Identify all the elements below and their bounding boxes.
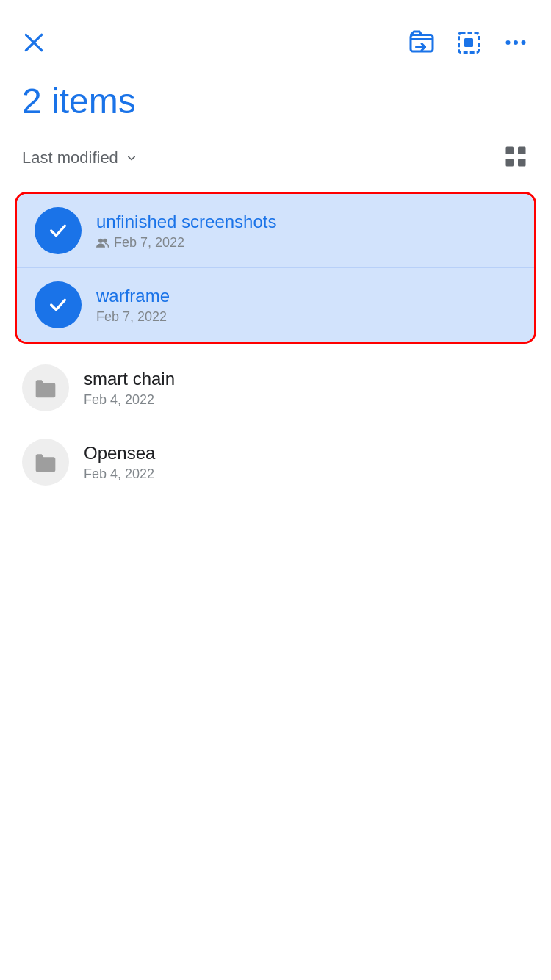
file-name-4: Opensea bbox=[84, 443, 155, 464]
folder-icon-4 bbox=[22, 439, 69, 486]
file-info-1: unfinished screenshots Feb 7, 2022 bbox=[96, 212, 276, 251]
grid-view-button[interactable] bbox=[503, 143, 529, 173]
file-name-1: unfinished screenshots bbox=[96, 212, 276, 232]
file-info-3: smart chain Feb 4, 2022 bbox=[84, 369, 175, 408]
svg-point-5 bbox=[506, 40, 511, 45]
svg-rect-10 bbox=[506, 159, 514, 167]
header-right bbox=[408, 29, 529, 59]
more-options-button[interactable] bbox=[503, 29, 529, 59]
sort-bar: Last modified bbox=[0, 136, 551, 184]
file-name-3: smart chain bbox=[84, 369, 175, 389]
file-info-4: Opensea Feb 4, 2022 bbox=[84, 443, 155, 482]
unselected-list: smart chain Feb 4, 2022 Opensea Feb 4, 2… bbox=[15, 351, 536, 499]
file-date-2: Feb 7, 2022 bbox=[96, 309, 167, 325]
file-date-1: Feb 7, 2022 bbox=[114, 235, 184, 251]
selected-checkbox-1[interactable] bbox=[35, 207, 82, 254]
unselected-file-item-4[interactable]: Opensea Feb 4, 2022 bbox=[15, 425, 536, 499]
file-date-3: Feb 4, 2022 bbox=[84, 392, 175, 408]
header-left bbox=[22, 31, 46, 57]
move-to-folder-button[interactable] bbox=[408, 29, 435, 59]
select-all-button[interactable] bbox=[455, 29, 482, 59]
sort-button[interactable]: Last modified bbox=[22, 148, 139, 167]
svg-point-12 bbox=[98, 239, 103, 243]
sort-label-text: Last modified bbox=[22, 148, 118, 167]
selected-checkbox-2[interactable] bbox=[35, 281, 82, 328]
header bbox=[0, 0, 551, 73]
svg-rect-8 bbox=[506, 147, 514, 155]
file-info-2: warframe Feb 7, 2022 bbox=[96, 286, 170, 325]
file-name-2: warframe bbox=[96, 286, 170, 306]
file-meta-1: Feb 7, 2022 bbox=[96, 235, 276, 251]
svg-point-13 bbox=[103, 239, 107, 243]
svg-rect-11 bbox=[518, 159, 526, 167]
items-count-section: 2 items bbox=[0, 73, 551, 136]
svg-rect-9 bbox=[518, 147, 526, 155]
svg-rect-4 bbox=[464, 38, 473, 47]
items-count-label: 2 items bbox=[22, 82, 136, 120]
svg-point-7 bbox=[522, 40, 526, 45]
folder-icon-3 bbox=[22, 364, 69, 411]
shared-icon-1 bbox=[96, 237, 109, 248]
file-date-4: Feb 4, 2022 bbox=[84, 466, 155, 482]
close-button[interactable] bbox=[22, 31, 46, 57]
unselected-file-item-3[interactable]: smart chain Feb 4, 2022 bbox=[15, 351, 536, 425]
selected-file-item-1[interactable]: unfinished screenshots Feb 7, 2022 bbox=[17, 194, 534, 267]
file-meta-2: Feb 7, 2022 bbox=[96, 309, 170, 325]
svg-point-6 bbox=[514, 40, 518, 45]
selection-box: unfinished screenshots Feb 7, 2022 bbox=[15, 192, 536, 344]
selected-file-item-2[interactable]: warframe Feb 7, 2022 bbox=[17, 267, 534, 342]
